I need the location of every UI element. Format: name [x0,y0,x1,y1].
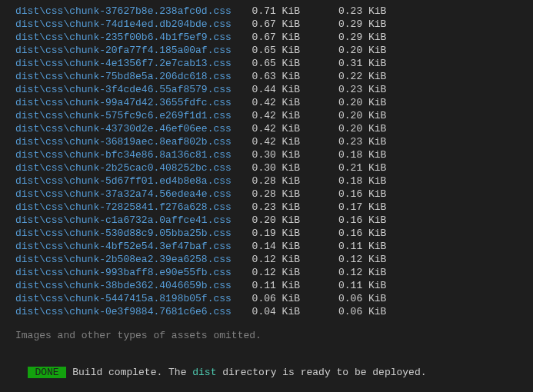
file-row: dist\css\chunk-235f00b6.4b1f5ef9.css0.67… [8,31,525,44]
file-path: dist\css\chunk-37627b8e.238afc0d.css [15,5,238,18]
file-path: dist\css\chunk-36819aec.8eaf802b.css [15,135,238,148]
file-row: dist\css\chunk-74d1e4ed.db204bde.css0.67… [8,18,525,31]
file-row: dist\css\chunk-99a47d42.3655fdfc.css0.42… [8,96,525,109]
file-size: 0.12 KiB [238,266,338,279]
gzip-size: 0.17 KiB [338,201,386,214]
file-size: 0.06 KiB [238,292,338,305]
omitted-message: Images and other types of assets omitted… [8,329,525,342]
file-path: dist\css\chunk-43730d2e.46ef06ee.css [15,122,238,135]
gzip-size: 0.11 KiB [338,240,386,253]
file-path: dist\css\chunk-72825841.f276a628.css [15,201,238,214]
file-size: 0.30 KiB [238,148,338,161]
file-row: dist\css\chunk-37627b8e.238afc0d.css0.71… [8,5,525,18]
file-row: dist\css\chunk-530d88c9.05bba25b.css0.19… [8,227,525,240]
gzip-size: 0.22 KiB [338,70,386,83]
file-path: dist\css\chunk-75bd8e5a.206dc618.css [15,70,238,83]
file-size: 0.14 KiB [238,240,338,253]
gzip-size: 0.12 KiB [338,266,386,279]
done-text-2: directory is ready to be deployed. [216,367,426,378]
done-highlight: dist [192,367,216,378]
file-size: 0.67 KiB [238,31,338,44]
file-row: dist\css\chunk-4e1356f7.2e7cab13.css0.65… [8,57,525,70]
file-row: dist\css\chunk-72825841.f276a628.css0.23… [8,201,525,214]
file-size: 0.42 KiB [238,96,338,109]
done-text-1: Build complete. The [66,367,192,378]
file-row: dist\css\chunk-75bd8e5a.206dc618.css0.63… [8,70,525,83]
file-row: dist\css\chunk-0e3f9884.7681c6e6.css0.04… [8,305,525,318]
file-path: dist\css\chunk-4bf52e54.3ef47baf.css [15,240,238,253]
file-size: 0.20 KiB [238,214,338,227]
gzip-size: 0.06 KiB [338,305,386,318]
file-path: dist\css\chunk-c1a6732a.0affce41.css [15,214,238,227]
file-row: dist\css\chunk-20fa77f4.185a00af.css0.65… [8,44,525,57]
gzip-size: 0.29 KiB [338,18,386,31]
file-row: dist\css\chunk-5447415a.8198b05f.css0.06… [8,292,525,305]
gzip-size: 0.12 KiB [338,253,386,266]
file-size: 0.30 KiB [238,161,338,174]
file-path: dist\css\chunk-0e3f9884.7681c6e6.css [15,305,238,318]
gzip-size: 0.23 KiB [338,5,386,18]
file-size: 0.71 KiB [238,5,338,18]
file-size: 0.42 KiB [238,122,338,135]
file-path: dist\css\chunk-4e1356f7.2e7cab13.css [15,57,238,70]
file-row: dist\css\chunk-38bde362.4046659b.css0.11… [8,279,525,292]
gzip-size: 0.16 KiB [338,227,386,240]
file-row: dist\css\chunk-36819aec.8eaf802b.css0.42… [8,135,525,148]
gzip-size: 0.18 KiB [338,148,386,161]
done-badge: DONE [28,367,67,378]
gzip-size: 0.21 KiB [338,161,386,174]
gzip-size: 0.16 KiB [338,188,386,201]
file-path: dist\css\chunk-74d1e4ed.db204bde.css [15,18,238,31]
file-row: dist\css\chunk-37a32a74.56edea4e.css0.28… [8,188,525,201]
file-path: dist\css\chunk-575fc9c6.e269f1d1.css [15,109,238,122]
gzip-size: 0.20 KiB [338,122,386,135]
info-line: INFO Check out deployment instructions a… [8,379,525,392]
file-size: 0.42 KiB [238,109,338,122]
file-path: dist\css\chunk-5d67ff01.ed4b8e8a.css [15,174,238,188]
file-size: 0.44 KiB [238,83,338,96]
file-size: 0.19 KiB [238,227,338,240]
file-path: dist\css\chunk-235f00b6.4b1f5ef9.css [15,31,238,44]
file-path: dist\css\chunk-530d88c9.05bba25b.css [15,227,238,240]
gzip-size: 0.23 KiB [338,83,386,96]
file-row: dist\css\chunk-4bf52e54.3ef47baf.css0.14… [8,240,525,253]
gzip-size: 0.06 KiB [338,292,386,305]
gzip-size: 0.11 KiB [338,279,386,292]
gzip-size: 0.20 KiB [338,44,386,57]
gzip-size: 0.20 KiB [338,109,386,122]
gzip-size: 0.29 KiB [338,31,386,44]
file-path: dist\css\chunk-99a47d42.3655fdfc.css [15,96,238,109]
gzip-size: 0.20 KiB [338,96,386,109]
file-size: 0.63 KiB [238,70,338,83]
file-row: dist\css\chunk-993baff8.e90e55fb.css0.12… [8,266,525,279]
file-path: dist\css\chunk-bfc34e86.8a136c81.css [15,148,238,161]
file-path: dist\css\chunk-37a32a74.56edea4e.css [15,188,238,201]
file-size: 0.28 KiB [238,188,338,201]
file-path: dist\css\chunk-993baff8.e90e55fb.css [15,266,238,279]
file-size: 0.67 KiB [238,18,338,31]
file-row: dist\css\chunk-43730d2e.46ef06ee.css0.42… [8,122,525,135]
file-path: dist\css\chunk-20fa77f4.185a00af.css [15,44,238,57]
file-size: 0.12 KiB [238,253,338,266]
gzip-size: 0.31 KiB [338,57,386,70]
file-row: dist\css\chunk-bfc34e86.8a136c81.css0.30… [8,148,525,161]
gzip-size: 0.16 KiB [338,214,386,227]
file-row: dist\css\chunk-5d67ff01.ed4b8e8a.css0.28… [8,174,525,188]
file-size: 0.28 KiB [238,174,338,188]
file-path: dist\css\chunk-3f4cde46.55af8579.css [15,83,238,96]
file-row: dist\css\chunk-3f4cde46.55af8579.css0.44… [8,83,525,96]
file-path: dist\css\chunk-5447415a.8198b05f.css [15,292,238,305]
gzip-size: 0.18 KiB [338,174,386,188]
file-size: 0.65 KiB [238,44,338,57]
file-size: 0.23 KiB [238,201,338,214]
file-row: dist\css\chunk-575fc9c6.e269f1d1.css0.42… [8,109,525,122]
file-size: 0.11 KiB [238,279,338,292]
file-row: dist\css\chunk-2b25cac0.408252bc.css0.30… [8,161,525,174]
file-size: 0.42 KiB [238,135,338,148]
file-row: dist\css\chunk-2b508ea2.39ea6258.css0.12… [8,253,525,266]
file-row: dist\css\chunk-c1a6732a.0affce41.css0.20… [8,214,525,227]
gzip-size: 0.23 KiB [338,135,386,148]
file-size: 0.65 KiB [238,57,338,70]
file-size: 0.04 KiB [238,305,338,318]
file-path: dist\css\chunk-2b508ea2.39ea6258.css [15,253,238,266]
